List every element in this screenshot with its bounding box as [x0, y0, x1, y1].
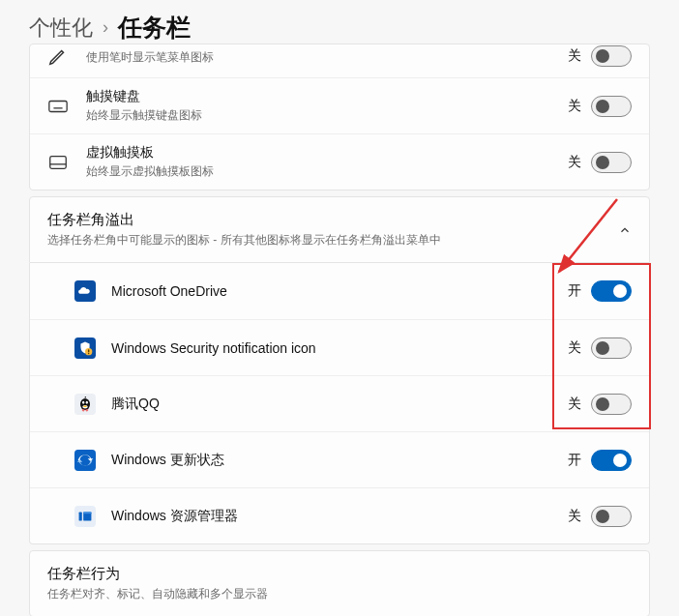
toggle-onedrive[interactable] — [591, 280, 632, 302]
security-icon — [74, 337, 96, 359]
svg-point-11 — [85, 409, 88, 411]
update-icon — [74, 450, 96, 471]
overflow-item-windows-update[interactable]: Windows 更新状态 开 — [30, 431, 649, 487]
keyboard-icon — [47, 96, 69, 117]
setting-title: 虚拟触摸板 — [86, 144, 568, 161]
behavior-sub: 任务栏对齐、标记、自动隐藏和多个显示器 — [47, 586, 632, 602]
corner-icons-panel: 使用笔时显示笔菜单图标 关 触摸键盘 始终显示触摸键盘图标 关 虚拟触摸板 始终… — [29, 44, 650, 191]
state-label: 关 — [568, 154, 581, 171]
overflow-item-title: Windows 资源管理器 — [111, 508, 568, 525]
overflow-item-title: 腾讯QQ — [111, 396, 568, 413]
state-label: 开 — [568, 452, 581, 469]
overflow-section-header[interactable]: 任务栏角溢出 选择任务栏角中可能显示的图标 - 所有其他图标将显示在任务栏角溢出… — [29, 196, 650, 263]
qq-icon — [74, 394, 96, 415]
state-label: 开 — [568, 282, 581, 300]
breadcrumb-separator: › — [103, 17, 108, 38]
state-label: 关 — [568, 47, 581, 65]
toggle-virtual-touchpad[interactable] — [591, 152, 632, 173]
overflow-item-title: Microsoft OneDrive — [111, 283, 568, 299]
chevron-up-icon — [618, 223, 632, 237]
overflow-title: 任务栏角溢出 — [47, 211, 618, 229]
svg-rect-17 — [83, 512, 91, 513]
setting-pen-menu[interactable]: 使用笔时显示笔菜单图标 关 — [30, 44, 649, 77]
setting-sub: 始终显示虚拟触摸板图标 — [86, 163, 568, 180]
overflow-item-title: Windows 更新状态 — [111, 452, 568, 469]
toggle-explorer[interactable] — [591, 506, 632, 527]
overflow-item-qq[interactable]: 腾讯QQ 关 — [30, 375, 649, 431]
touchpad-icon — [47, 152, 69, 173]
overflow-list: Microsoft OneDrive 开 Windows Security no… — [29, 263, 650, 544]
behavior-title: 任务栏行为 — [47, 565, 632, 583]
svg-rect-1 — [50, 156, 67, 168]
svg-rect-15 — [79, 512, 82, 520]
setting-virtual-touchpad[interactable]: 虚拟触摸板 始终显示虚拟触摸板图标 关 — [30, 133, 649, 190]
onedrive-icon — [74, 280, 96, 302]
state-label: 关 — [568, 508, 581, 525]
breadcrumb-parent[interactable]: 个性化 — [29, 14, 93, 43]
state-label: 关 — [568, 98, 581, 115]
setting-sub: 始终显示触摸键盘图标 — [86, 107, 568, 124]
state-label: 关 — [568, 339, 581, 357]
svg-point-8 — [86, 400, 88, 403]
toggle-windows-update[interactable] — [591, 450, 632, 471]
state-label: 关 — [568, 396, 581, 413]
overflow-item-title: Windows Security notification icon — [111, 340, 568, 356]
setting-title: 触摸键盘 — [86, 88, 568, 105]
toggle-pen-menu[interactable] — [591, 45, 632, 67]
svg-rect-13 — [74, 450, 96, 471]
behavior-section-header[interactable]: 任务栏行为 任务栏对齐、标记、自动隐藏和多个显示器 — [29, 550, 650, 616]
overflow-sub: 选择任务栏角中可能显示的图标 - 所有其他图标将显示在任务栏角溢出菜单中 — [47, 232, 618, 249]
svg-rect-0 — [49, 101, 67, 111]
svg-point-12 — [82, 409, 85, 411]
setting-touch-keyboard[interactable]: 触摸键盘 始终显示触摸键盘图标 关 — [30, 77, 649, 133]
breadcrumb-current: 任务栏 — [118, 12, 191, 44]
pen-icon — [47, 45, 69, 67]
svg-point-10 — [83, 405, 87, 407]
explorer-icon — [74, 506, 96, 527]
toggle-qq[interactable] — [591, 394, 632, 415]
overflow-item-explorer[interactable]: Windows 资源管理器 关 — [30, 487, 649, 543]
overflow-item-security[interactable]: Windows Security notification icon 关 — [30, 319, 649, 375]
toggle-security[interactable] — [591, 337, 632, 359]
svg-point-7 — [82, 400, 84, 403]
overflow-item-onedrive[interactable]: Microsoft OneDrive 开 — [30, 263, 649, 319]
toggle-touch-keyboard[interactable] — [591, 96, 632, 117]
setting-pen-sub: 使用笔时显示笔菜单图标 — [86, 49, 568, 66]
